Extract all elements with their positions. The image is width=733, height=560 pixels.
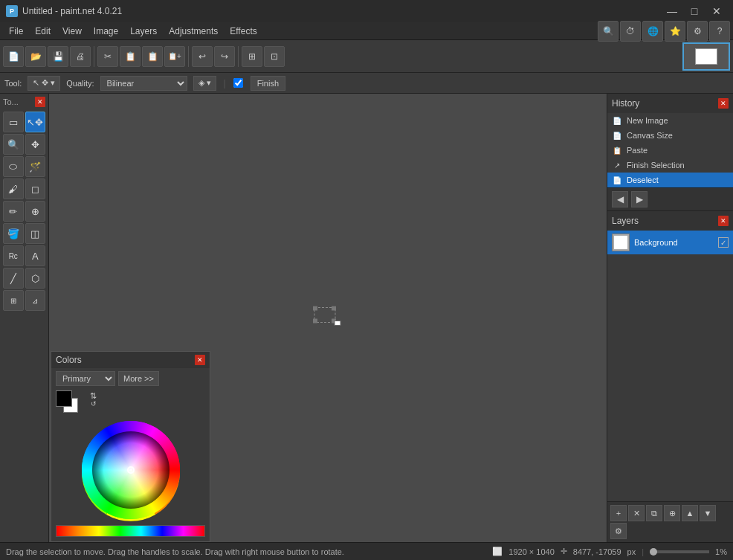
separator-opt: | — [224, 78, 226, 88]
color-strip[interactable] — [56, 525, 205, 537]
move-tool[interactable]: ✥ — [25, 134, 46, 155]
finish-button[interactable]: Finish — [251, 76, 285, 91]
copy-button[interactable]: 📋 — [120, 46, 141, 67]
eraser-tool[interactable]: ◻ — [25, 178, 46, 199]
history-deselect-label: Deselect — [627, 176, 659, 184]
menu-view[interactable]: View — [56, 23, 88, 39]
history-forward-button[interactable]: ▶ — [631, 191, 648, 207]
cursor-coordinates: 8477, -17059 — [573, 547, 621, 556]
layer-delete-button[interactable]: ✕ — [628, 505, 645, 521]
paintbrush-tool[interactable]: 🖌 — [3, 178, 24, 199]
maximize-button[interactable]: □ — [684, 4, 705, 19]
more-colors-button[interactable]: More >> — [118, 371, 159, 386]
canvas-dimensions: 1920 × 1040 — [508, 547, 554, 556]
layer-merge-button[interactable]: ⊕ — [664, 505, 680, 521]
swatch-container — [56, 390, 85, 417]
colors-panel: Colors ✕ Primary Secondary More >> ⇅ ↺ — [51, 351, 210, 542]
history-item-deselect[interactable]: 📄 Deselect — [607, 173, 733, 187]
history-item-canvas-size[interactable]: 📄 Canvas Size — [607, 128, 733, 143]
globe-icon[interactable]: 🌐 — [642, 21, 663, 42]
layer-add-button[interactable]: + — [610, 505, 627, 521]
tool-label: Tool: — [4, 79, 22, 88]
line-tool[interactable]: ╱ — [3, 268, 24, 289]
menu-effects[interactable]: Effects — [224, 23, 262, 39]
history-item-finish-selection[interactable]: ↗ Finish Selection — [607, 158, 733, 173]
ellipse-select-tool[interactable]: ⬭ — [3, 156, 24, 177]
undo-button[interactable]: ↩ — [192, 46, 213, 67]
rectangle-select-tool[interactable]: ▭ — [3, 112, 24, 132]
magnifier-icon[interactable]: 🔍 — [598, 21, 619, 42]
fill-tool[interactable]: 🪣 — [3, 223, 24, 244]
menu-adjustments[interactable]: Adjustments — [163, 23, 224, 39]
colors-panel-close[interactable]: ✕ — [195, 355, 205, 365]
view-tool[interactable]: ⊞ — [3, 290, 24, 311]
separator-status: | — [642, 547, 644, 556]
history-back-button[interactable]: ◀ — [612, 191, 628, 207]
layer-background[interactable]: Background ✓ — [607, 231, 733, 254]
new-button[interactable]: 📄 — [3, 46, 24, 67]
open-button[interactable]: 📂 — [25, 46, 46, 67]
print-button[interactable]: 🖨 — [70, 46, 91, 67]
zoom-tool[interactable]: 🔍 — [3, 134, 24, 155]
help-icon[interactable]: ? — [709, 21, 730, 42]
close-button[interactable]: ✕ — [706, 4, 727, 19]
time-icon[interactable]: ⏱ — [620, 21, 641, 42]
history-panel-close[interactable]: ✕ — [718, 98, 729, 109]
svg-rect-1 — [313, 306, 317, 310]
antialias-icon: ◈ — [198, 78, 204, 88]
colors-header: Colors ✕ — [51, 352, 210, 368]
layer-properties-button[interactable]: ⚙ — [610, 523, 627, 539]
layers-panel-close[interactable]: ✕ — [718, 216, 729, 226]
gradient-tool[interactable]: ◫ — [25, 223, 46, 244]
clone-stamp-tool[interactable]: ⊕ — [25, 201, 46, 222]
extra-tool[interactable]: ⊿ — [25, 290, 46, 311]
layer-duplicate-button[interactable]: ⧉ — [646, 505, 662, 521]
text-tool[interactable]: A — [25, 245, 46, 266]
layer-up-button[interactable]: ▲ — [682, 505, 698, 521]
tool-row-9: ⊞ ⊿ — [3, 290, 45, 311]
cut-button[interactable]: ✂ — [97, 46, 118, 67]
history-deselect-icon: 📄 — [612, 175, 622, 185]
layer-visibility-check[interactable]: ✓ — [718, 237, 729, 248]
dimensions-icon: ⬜ — [492, 547, 503, 556]
shapes-tool[interactable]: ⬡ — [25, 268, 46, 289]
move-icon: ✥ — [42, 78, 48, 88]
paste-button[interactable]: 📋 — [142, 46, 163, 67]
history-item-new-image[interactable]: 📄 New Image — [607, 113, 733, 128]
move-selection-tool[interactable]: ↖✥ — [25, 112, 46, 132]
antialias-toggle[interactable]: ◈ ▾ — [193, 76, 216, 91]
zoom-slider[interactable] — [650, 550, 709, 553]
history-paste-label: Paste — [627, 146, 648, 155]
finish-checkbox[interactable] — [233, 78, 243, 88]
menu-layers[interactable]: Layers — [124, 23, 163, 39]
pencil-tool[interactable]: ✏ — [3, 201, 24, 222]
layer-down-button[interactable]: ▼ — [700, 505, 716, 521]
crop-button[interactable]: ⊡ — [264, 46, 285, 67]
star-icon[interactable]: ⭐ — [665, 21, 685, 42]
menu-edit[interactable]: Edit — [29, 23, 56, 39]
color-wheel-canvas[interactable] — [79, 418, 183, 522]
menu-image[interactable]: Image — [88, 23, 124, 39]
history-finish-icon: ↗ — [612, 160, 622, 170]
grid-button[interactable]: ⊞ — [242, 46, 262, 67]
redo-button[interactable]: ↪ — [214, 46, 235, 67]
tools-panel-close[interactable]: ✕ — [35, 97, 45, 107]
save-button[interactable]: 💾 — [48, 46, 68, 67]
quality-select[interactable]: Bilinear Nearest Neighbor Bicubic — [100, 76, 187, 91]
tool-selector[interactable]: ↖ ✥ ▾ — [28, 76, 60, 91]
magic-wand-tool[interactable]: 🪄 — [25, 156, 46, 177]
reset-colors-button[interactable]: ↺ — [90, 401, 97, 408]
menu-file[interactable]: File — [3, 23, 29, 39]
color-type-select[interactable]: Primary Secondary — [56, 371, 115, 386]
recolor-tool[interactable]: Rc — [3, 245, 24, 266]
app-icon: P — [6, 5, 18, 17]
tool-row-3: ⬭ 🪄 — [3, 156, 45, 177]
status-bar: Drag the selection to move. Drag the han… — [0, 542, 733, 560]
tools-panel: To... ✕ ▭ ↖✥ 🔍 ✥ ⬭ 🪄 🖌 ◻ ✏ ⊕ 🪣 — [0, 94, 49, 542]
paste-layer-button[interactable]: 📋+ — [164, 46, 185, 67]
primary-color-swatch[interactable] — [56, 390, 72, 407]
gear-icon[interactable]: ⚙ — [687, 21, 708, 42]
minimize-button[interactable]: — — [662, 4, 682, 19]
swap-colors-button[interactable]: ⇅ — [90, 392, 97, 400]
history-item-paste[interactable]: 📋 Paste — [607, 143, 733, 158]
